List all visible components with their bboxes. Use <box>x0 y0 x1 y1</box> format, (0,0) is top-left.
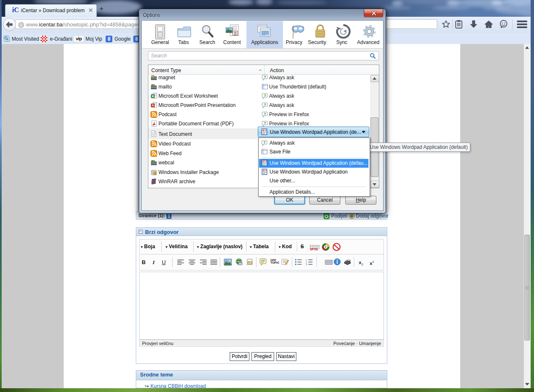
svg-text:3: 3 <box>306 263 307 265</box>
svg-text:页: 页 <box>233 31 237 36</box>
